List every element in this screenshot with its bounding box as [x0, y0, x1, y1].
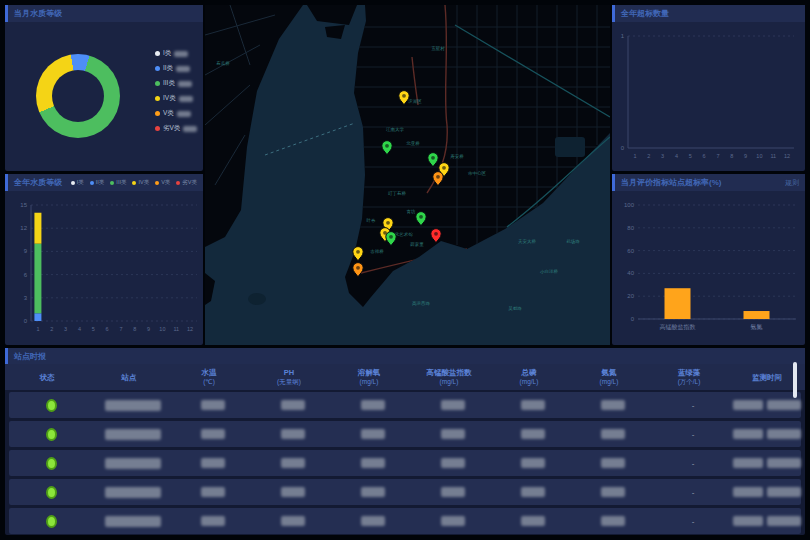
status-cell — [9, 515, 93, 528]
legend-item[interactable]: 劣V类 — [155, 124, 197, 133]
legend-item[interactable]: III类 — [155, 79, 197, 88]
station-name-blurred — [105, 516, 161, 527]
svg-text:10: 10 — [756, 153, 762, 159]
legend-item[interactable]: V类 — [155, 109, 197, 118]
svg-text:12: 12 — [784, 153, 790, 159]
time-blurred — [733, 516, 763, 526]
legend-item[interactable]: II类 — [90, 179, 105, 186]
status-cell — [9, 428, 93, 441]
table-scrollbar[interactable] — [793, 362, 797, 398]
rate-bar[interactable] — [744, 311, 770, 319]
status-cell — [9, 399, 93, 412]
value-blurred — [521, 516, 545, 526]
legend-item[interactable]: III类 — [110, 179, 126, 186]
value-blurred — [361, 429, 385, 439]
svg-text:天安大桥: 天安大桥 — [518, 239, 537, 244]
legend-item[interactable]: I类 — [155, 49, 197, 58]
table-row[interactable]: - — [9, 421, 801, 447]
panel-year-exceed: 全年超标数量 01123456789101112 — [612, 5, 805, 171]
value-blurred — [601, 487, 625, 497]
svg-text:市中心区: 市中心区 — [468, 170, 487, 176]
legend-label: I类 — [163, 49, 171, 58]
legend-item[interactable]: I类 — [71, 179, 84, 186]
value-cell — [333, 400, 413, 410]
legend-item[interactable]: IV类 — [155, 94, 197, 103]
exceed-rate-chart[interactable]: 020406080100高锰酸盐指数氨氮 — [614, 193, 803, 343]
algae-value: - — [692, 517, 695, 526]
svg-text:2: 2 — [647, 153, 650, 159]
svg-text:0: 0 — [631, 316, 635, 322]
station-name-blurred — [105, 458, 161, 469]
svg-text:80: 80 — [627, 225, 634, 231]
panel-year-quality-header: 全年水质等级 I类II类III类IV类V类劣V类 — [5, 174, 203, 191]
time-cell — [733, 487, 801, 497]
time-cell — [733, 516, 801, 526]
svg-text:5: 5 — [689, 153, 692, 159]
value-cell — [253, 458, 333, 468]
svg-text:9: 9 — [744, 153, 747, 159]
value-blurred — [441, 487, 465, 497]
svg-text:6: 6 — [24, 272, 28, 278]
station-report-table: 站点时报 状态站点水温(℃)PH(无量纲)溶解氧(mg/L)高锰酸盐指数(mg/… — [5, 348, 805, 535]
svg-text:9: 9 — [24, 248, 28, 254]
panel-title: 当月水质等级 — [14, 8, 62, 19]
map-canvas[interactable]: 石瓜桥五星村滨湖区市中心区天安大桥机场路高浪西路吴都路小白洋桥江南大学北亚桥寿安… — [205, 5, 610, 345]
legend-label: V类 — [163, 109, 174, 118]
legend-item[interactable]: IV类 — [132, 179, 149, 186]
table-row[interactable]: - — [9, 450, 801, 476]
time-cell — [733, 458, 801, 468]
legend-item[interactable]: 劣V类 — [176, 179, 197, 186]
legend-item[interactable]: V类 — [155, 179, 170, 186]
table-row[interactable]: - — [9, 392, 801, 418]
panel-month-quality: 当月水质等级 I类II类III类IV类V类劣V类 — [5, 5, 203, 171]
algae-cell: - — [653, 517, 733, 526]
legend-dot — [155, 51, 160, 56]
value-cell — [253, 400, 333, 410]
value-blurred — [361, 458, 385, 468]
svg-text:吴都路: 吴都路 — [508, 306, 522, 311]
value-blurred — [521, 400, 545, 410]
svg-text:9: 9 — [147, 326, 150, 332]
value-cell — [573, 487, 653, 497]
month-quality-donut-chart[interactable] — [36, 54, 120, 138]
year-exceed-chart[interactable]: 01123456789101112 — [614, 24, 803, 170]
svg-text:3: 3 — [661, 153, 664, 159]
svg-text:3: 3 — [64, 326, 67, 332]
rules-link[interactable]: 规则 — [785, 178, 799, 188]
value-blurred — [201, 400, 225, 410]
panel-title: 全年水质等级 — [14, 177, 62, 188]
station-cell — [93, 400, 173, 411]
station-name-blurred — [105, 487, 161, 498]
time-blurred — [733, 487, 763, 497]
panel-year-exceed-header: 全年超标数量 — [612, 5, 805, 22]
time-blurred — [767, 458, 801, 468]
table-row[interactable]: - — [9, 508, 801, 534]
column-header: 总磷(mg/L) — [489, 368, 569, 386]
value-cell — [173, 429, 253, 439]
time-blurred — [733, 458, 763, 468]
time-cell — [733, 429, 801, 439]
svg-text:叶春: 叶春 — [367, 218, 377, 223]
value-blurred — [361, 516, 385, 526]
panel-exceed-rate-header: 当月评价指标站点超标率(%) 规则 — [612, 174, 805, 191]
value-cell — [173, 458, 253, 468]
legend-dot — [155, 111, 160, 116]
legend-value-blurred — [177, 111, 191, 117]
svg-text:12: 12 — [187, 326, 193, 332]
value-blurred — [521, 429, 545, 439]
svg-text:0: 0 — [24, 318, 28, 324]
year-quality-chart[interactable]: 03691215123456789101112 — [7, 193, 201, 343]
table-row[interactable]: - — [9, 479, 801, 505]
panel-month-quality-header: 当月水质等级 — [5, 5, 203, 22]
rate-bar[interactable] — [665, 288, 691, 319]
legend-item[interactable]: II类 — [155, 64, 197, 73]
value-cell — [573, 400, 653, 410]
legend-label: III类 — [163, 79, 175, 88]
city-map[interactable]: 石瓜桥五星村滨湖区市中心区天安大桥机场路高浪西路吴都路小白洋桥江南大学北亚桥寿安… — [205, 5, 610, 345]
svg-text:氨氮: 氨氮 — [751, 323, 763, 330]
value-cell — [173, 516, 253, 526]
svg-text:8: 8 — [730, 153, 733, 159]
value-cell — [253, 429, 333, 439]
algae-cell: - — [653, 401, 733, 410]
svg-text:5: 5 — [92, 326, 95, 332]
